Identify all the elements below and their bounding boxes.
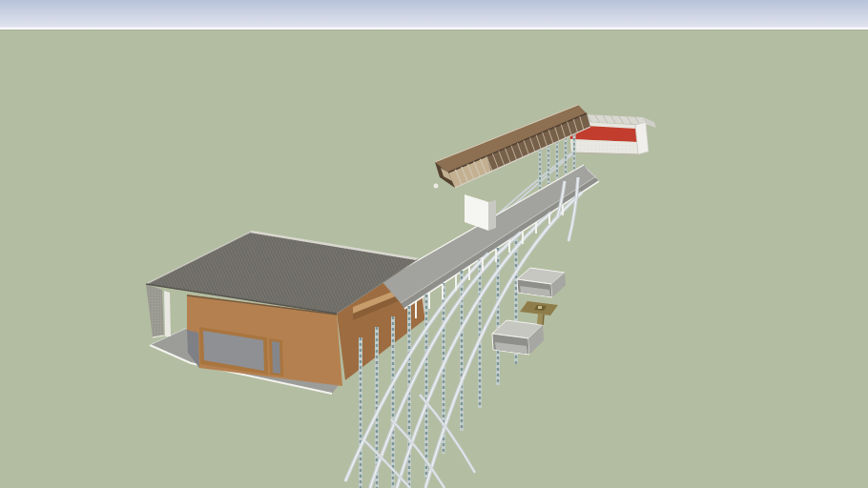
3d-viewport[interactable] [0,0,868,488]
corner-trim [164,291,171,336]
horizon-shadow-line [0,30,868,30]
sky-background [0,0,868,30]
model-scene [0,0,868,488]
window-glass-narrow [272,341,280,374]
tube-end-cap [434,184,439,189]
horizon-line [0,28,868,30]
